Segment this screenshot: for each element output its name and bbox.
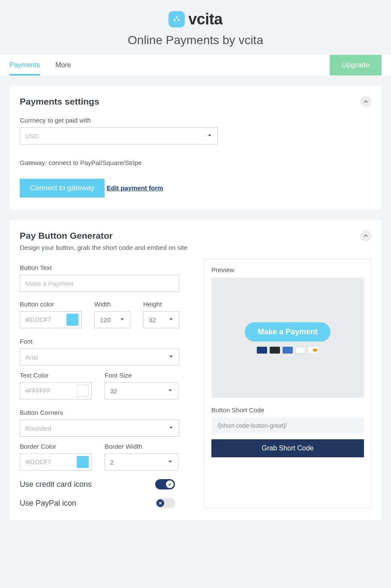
width-value: 120 (100, 316, 111, 324)
chevron-down-icon (168, 387, 173, 395)
paypal-icon (295, 347, 306, 354)
chevron-down-icon (168, 424, 174, 432)
border-width-value: 2 (110, 459, 114, 466)
text-color-swatch (77, 385, 89, 397)
text-color-label: Text Color (20, 372, 92, 379)
chevron-up-icon (364, 232, 368, 240)
chevron-up-icon (364, 98, 368, 105)
chevron-down-icon (120, 316, 125, 324)
width-select[interactable]: 120 (94, 311, 130, 328)
brand-logo: vcita (168, 10, 223, 28)
collapse-generator-button[interactable] (360, 230, 371, 241)
page-subtitle: Online Payments by vcita (0, 33, 391, 47)
discover-icon (308, 347, 319, 354)
tab-payments[interactable]: Payments (9, 61, 40, 75)
button-color-swatch (66, 314, 78, 326)
payments-settings-panel: Payments settings Currnecy to get paid w… (9, 86, 382, 210)
upgrade-button[interactable]: Upgrade (330, 55, 382, 75)
border-color-swatch (77, 456, 89, 468)
toggle-credit-card-icons[interactable] (155, 479, 175, 489)
currency-label: Currnecy to get paid with (20, 117, 371, 124)
currency-select[interactable]: USD (20, 127, 218, 144)
font-size-value: 32 (110, 387, 117, 395)
pay-button-generator-panel: Pay Button Generator Design your button,… (9, 220, 382, 520)
border-width-select[interactable]: 2 (105, 453, 178, 471)
mastercard-icon (270, 347, 280, 354)
toggle-knob (166, 480, 174, 488)
font-size-label: Font Size (105, 372, 178, 379)
preview-pay-button[interactable]: Make a Payment (245, 322, 331, 342)
border-color-label: Border Color (20, 443, 92, 450)
border-width-label: Border Width (105, 443, 178, 450)
settings-title: Payments settings (20, 96, 99, 107)
width-label: Width (94, 300, 130, 308)
card-icons-row (257, 347, 319, 354)
vcita-logo-icon (168, 11, 185, 27)
chevron-down-icon (207, 132, 212, 140)
button-color-label: Button color (20, 300, 81, 308)
height-select[interactable]: 32 (143, 311, 179, 328)
toggle-cc-label: Use credit card icons (20, 480, 148, 489)
button-text-label: Button Text (20, 264, 187, 271)
button-color-value[interactable] (25, 316, 55, 323)
text-color-input[interactable] (20, 382, 92, 399)
preview-panel: Preview Make a Payment Button Short Code… (204, 259, 371, 508)
svg-point-0 (176, 16, 177, 18)
toggle-paypal-label: Use PayPal icon (20, 499, 148, 508)
chevron-down-icon (168, 316, 174, 324)
visa-icon (257, 347, 267, 354)
border-color-input[interactable] (20, 453, 92, 471)
text-color-value[interactable] (25, 387, 55, 394)
height-label: Height (143, 300, 179, 308)
brand-name: vcita (188, 10, 223, 28)
font-size-select[interactable]: 32 (105, 382, 178, 399)
amex-icon (283, 347, 293, 354)
button-color-input[interactable] (20, 311, 81, 328)
gateway-label: Gateway: connect to PayPal/Square/Stripe (20, 159, 371, 166)
font-select[interactable]: Arial (20, 348, 179, 366)
connect-gateway-button[interactable]: Connect to gateway (20, 179, 105, 198)
collapse-settings-button[interactable] (360, 96, 371, 107)
shortcode-label: Button Short Code (211, 406, 364, 414)
tab-more[interactable]: More (55, 61, 71, 69)
height-value: 32 (149, 316, 156, 324)
chevron-down-icon (168, 458, 173, 466)
currency-value: USD (25, 132, 39, 140)
svg-point-1 (174, 19, 175, 21)
corners-label: Button Corners (20, 409, 187, 416)
font-value: Arial (25, 354, 38, 361)
shortcode-output[interactable]: /[short-code-button-great]/ (211, 417, 364, 434)
button-text-input[interactable] (25, 280, 174, 287)
edit-payment-form-link[interactable]: Edit payment form (107, 184, 163, 192)
font-label: Font (20, 338, 187, 345)
toggle-knob (156, 499, 164, 507)
toggle-paypal-icon[interactable] (155, 498, 175, 508)
corners-value: Rounded (25, 425, 51, 432)
preview-area: Make a Payment (211, 278, 364, 398)
border-color-value[interactable] (25, 459, 55, 465)
grab-shortcode-button[interactable]: Grab Short Code (211, 439, 364, 457)
preview-label: Preview (211, 266, 364, 273)
chevron-down-icon (168, 353, 174, 361)
generator-subtitle: Design your button, grab the short code … (20, 244, 371, 251)
button-text-input-wrap (20, 275, 179, 292)
corners-select[interactable]: Rounded (20, 420, 179, 437)
generator-title: Pay Button Generator (20, 231, 113, 241)
tab-bar: Payments More Upgrade (0, 55, 391, 75)
svg-point-2 (178, 19, 180, 21)
